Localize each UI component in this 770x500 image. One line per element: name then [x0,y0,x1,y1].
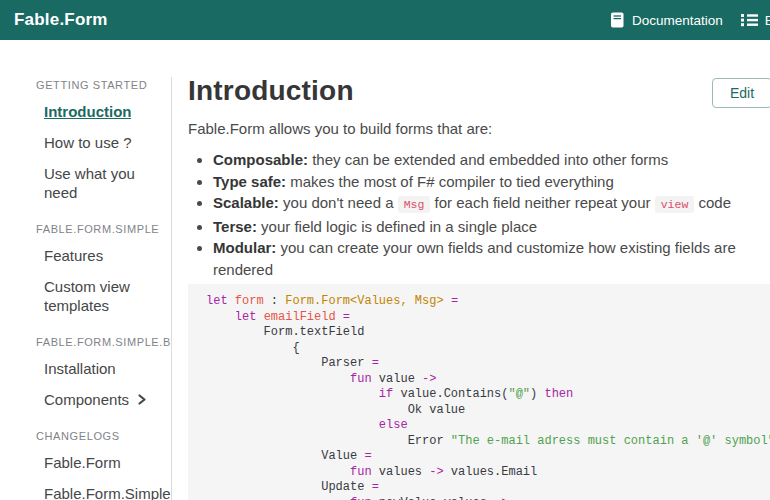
code-token: -> [494,496,508,500]
code-token: "@" [508,387,530,401]
code-token: Form.textField [206,325,364,339]
app-header: Fable.Form Documentation [0,0,770,40]
sidebar-item-label: Components [44,390,129,409]
feature-lead: Composable: [213,151,308,168]
sidebar-item-label: How to use ? [44,133,132,152]
code-token: else [379,418,408,432]
code-token: Value [206,449,364,463]
code-token: -> [429,465,443,479]
sidebar-item[interactable]: Fable.Form.Simple [36,478,171,500]
sidebar-item[interactable]: Fable.Form [36,447,171,478]
sidebar-item[interactable]: Use what you need [36,158,171,208]
code-token [444,294,451,308]
code-token: Form.Form<Values, Msg> [285,294,443,308]
code-token: emailField [264,310,336,324]
sidebar-item-label: Fable.Form.Simple [44,484,171,500]
sidebar-item[interactable]: Installation [36,353,171,384]
code-token: value [372,372,422,386]
sidebar-item[interactable]: How to use ? [36,127,171,158]
sidebar-section-title: CHANGELOGS [36,430,171,442]
code-token: Error [206,434,451,448]
code-token: { [206,341,300,355]
code-token [206,310,235,324]
sidebar-section-title: GETTING STARTED [36,79,171,91]
edit-button[interactable]: Edit [712,78,770,108]
code-token [206,465,350,479]
sidebar-item-label: Custom view templates [44,277,171,315]
book-icon [610,12,625,28]
code-token: values [372,465,430,479]
intro-paragraph: Fable.Form allows you to build forms tha… [188,119,770,139]
sidebar-item[interactable]: Features [36,240,171,271]
feature-item: Scalable: you don't need a Msg for each … [213,192,770,216]
code-token: ) [530,387,544,401]
code-token: let [235,310,257,324]
code-token: if [379,387,393,401]
inline-code: view [655,196,695,213]
code-token: newValue values [372,496,494,500]
page-layout: GETTING STARTEDIntroductionHow to use ?U… [0,40,770,500]
sidebar-item-label: Features [44,246,103,265]
code-block: let form : Form.Form<Values, Msg> = let … [188,284,770,500]
sidebar-item-label: Fable.Form [44,453,121,472]
chevron-right-icon [137,393,147,406]
nav-documentation-label: Documentation [632,13,723,28]
code-token: = [343,310,350,324]
feature-item: Composable: they can be extended and emb… [213,149,770,171]
code-token [206,496,350,500]
sidebar-section-title: FABLE.FORM.SIMPLE [36,223,171,235]
feature-lead: Scalable: [213,194,279,211]
feature-lead: Type safe: [213,173,286,190]
code-token: : [264,294,286,308]
sidebar-item-label: Installation [44,359,116,378]
sidebar-item-label: Introduction [44,102,131,121]
inline-code: Msg [398,196,431,213]
code-token [336,310,343,324]
code-token [206,387,379,401]
code-token [256,310,263,324]
code-token: Ok value [206,403,465,417]
feature-item: Type safe: makes the most of F# compiler… [213,171,770,193]
nav-documentation[interactable]: Documentation [610,12,723,28]
code-token [206,372,350,386]
sidebar-nav: GETTING STARTEDIntroductionHow to use ?U… [0,77,172,500]
header-nav: Documentation Examples [610,0,770,40]
code-token: Parser [206,356,372,370]
code-token [206,418,379,432]
code-token: fun [350,496,372,500]
code-token: = [451,294,458,308]
code-token: fun [350,465,372,479]
page-title: Introduction [188,76,770,106]
list-icon [741,13,758,27]
sidebar-section-title: FABLE.FORM.SIMPLE.BULMA [36,336,171,348]
code-token: -> [422,372,436,386]
sidebar-item[interactable]: Introduction [36,96,171,127]
sidebar-item-label: Use what you need [44,164,171,202]
feature-item: Terse: your field logic is defined in a … [213,216,770,238]
code-token: = [372,356,379,370]
sidebar-item[interactable]: Custom view templates [36,271,171,321]
feature-item: Modular: you can create your own fields … [213,237,770,280]
code-token: form [235,294,264,308]
main-content: Introduction Edit Fable.Form allows you … [172,40,770,500]
code-token: value.Contains( [393,387,508,401]
nav-examples-label: Examples [765,13,770,28]
nav-examples[interactable]: Examples [741,13,770,28]
code-token [228,294,235,308]
code-token: Update [206,480,372,494]
code-token: let [206,294,228,308]
feature-lead: Terse: [213,218,257,235]
brand-title: Fable.Form [14,10,108,30]
feature-list: Composable: they can be extended and emb… [188,149,770,280]
code-token: = [364,449,371,463]
feature-lead: Modular: [213,239,276,256]
code-token: then [544,387,573,401]
code-token: fun [350,372,372,386]
code-token: = [372,480,379,494]
code-token: "The e-mail adress must contain a '@' sy… [451,434,770,448]
code-token: values.Email [444,465,538,479]
sidebar-item[interactable]: Components [36,384,171,415]
